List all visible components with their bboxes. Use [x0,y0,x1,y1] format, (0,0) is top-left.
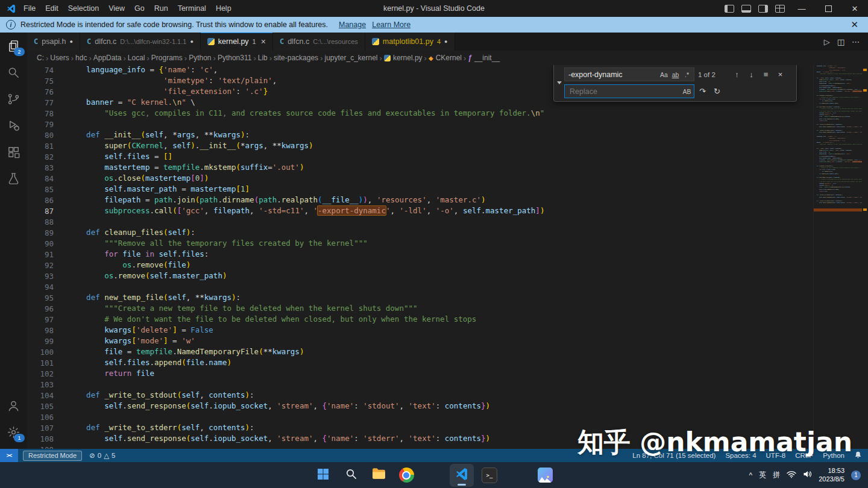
modified-dot-icon[interactable]: ● [444,39,447,45]
find-input[interactable]: -export-dynamic Aa ab .* [564,67,694,81]
status-ln[interactable]: Ln 87, Col 71 (15 selected) [632,452,715,459]
activity-extensions-icon[interactable] [0,139,27,165]
remote-indicator[interactable]: >< [0,449,18,462]
code-line-105[interactable]: self.send_response(self.iopub_socket, 's… [68,401,868,412]
customize-layout-icon[interactable] [775,5,785,13]
status-crlf[interactable]: CRLF [795,452,813,459]
breadcrumb-hdc[interactable]: hdc [75,54,87,62]
code-line-78[interactable]: "Uses gcc, compiles in C11, and creates … [68,108,868,119]
close-window-button[interactable]: ✕ [841,0,868,17]
problems-status[interactable]: ⊘ 0 △ 5 [89,451,115,460]
line-number-107[interactable]: 107 [27,423,68,434]
replace-one-icon[interactable]: ↷ [696,85,709,98]
match-case-icon[interactable]: Aa [658,69,670,80]
next-match-icon[interactable]: ↓ [745,68,758,81]
menu-edit[interactable]: Edit [40,0,63,17]
tab-psapi.h[interactable]: Cpsapi.h● [27,33,80,51]
notification-count-badge[interactable]: 1 [851,471,861,480]
line-number-103[interactable]: 103 [27,380,68,390]
replace-all-icon[interactable]: ↻ [711,85,723,98]
wifi-icon[interactable] [787,471,796,480]
breadcrumb-jupyter_c_kernel[interactable]: jupyter_c_kernel [324,54,377,62]
modified-dot-icon[interactable]: ● [190,39,193,45]
line-number-91[interactable]: 91 [27,249,68,260]
taskbar-explorer-button[interactable] [366,464,391,487]
toggle-secondary-sidebar-icon[interactable] [758,5,768,13]
taskbar-start-button[interactable] [311,464,335,487]
taskbar-clock[interactable]: 18:53 2023/8/5 [819,467,844,483]
activity-account-icon[interactable] [0,392,27,419]
line-number-105[interactable]: 105 [27,401,68,412]
code-line-83[interactable]: mastertemp = tempfile.mkstemp(suffix='.o… [68,163,868,174]
line-number-78[interactable]: 78 [27,108,68,119]
activity-explorer-icon[interactable]: 2 [0,33,27,59]
line-number-101[interactable]: 101 [27,358,68,369]
whole-word-icon[interactable]: ab [670,69,681,80]
breadcrumb-kernel.py[interactable]: kernel.py [384,54,423,62]
activity-testing-icon[interactable] [0,165,27,192]
code-line-93[interactable]: os.remove(self.master_path) [68,271,868,282]
line-number-93[interactable]: 93 [27,271,68,282]
line-number-95[interactable]: 95 [27,293,68,304]
line-number-108[interactable]: 108 [27,434,68,445]
breadcrumb-__init__[interactable]: ƒ__init__ [468,54,500,62]
taskbar-chrome-button[interactable] [394,464,418,487]
breadcrumb-python[interactable]: Python [189,54,211,62]
close-find-widget-icon[interactable]: × [774,68,787,81]
code-line-86[interactable]: filepath = path.join(path.dirname(path.r… [68,195,868,206]
banner-close-icon[interactable]: ✕ [847,19,862,30]
line-number-75[interactable]: 75 [27,76,68,87]
menu-terminal[interactable]: Terminal [173,0,211,17]
line-number-89[interactable]: 89 [27,228,68,239]
preserve-case-icon[interactable]: AB [681,86,693,97]
replace-input-box[interactable]: AB [564,84,694,98]
code-line-91[interactable]: for file in self.files: [68,249,868,260]
breadcrumb-appdata[interactable]: AppData [93,54,122,62]
maximize-button[interactable] [815,0,841,17]
overview-ruler[interactable] [862,65,868,449]
ime-indicator-1[interactable]: 英 [759,470,766,480]
menu-view[interactable]: View [104,0,130,17]
restricted-mode-status[interactable]: Restricted Mode [23,451,82,461]
status-python[interactable]: Python [823,452,844,459]
status-utf-8[interactable]: UTF-8 [766,452,786,459]
code-editor[interactable]: 7475767778798081828384858687888990919293… [27,65,868,449]
line-number-92[interactable]: 92 [27,260,68,271]
line-number-81[interactable]: 81 [27,141,68,152]
code-line-106[interactable] [68,412,868,423]
breadcrumb-c[interactable]: C: [37,54,44,62]
code-line-82[interactable]: self.files = [] [68,152,868,163]
code-line-85[interactable]: self.master_path = mastertemp[1] [68,184,868,195]
tray-chevron-icon[interactable]: ^ [749,471,753,480]
line-number-102[interactable]: 102 [27,369,68,380]
breadcrumb-python311[interactable]: Python311 [218,54,252,62]
code-line-95[interactable]: def new_temp_file(self, **kwargs): [68,293,868,304]
code-line-89[interactable]: def cleanup_files(self): [68,228,868,239]
line-number-77[interactable]: 77 [27,98,68,108]
line-number-109[interactable]: 109 [27,445,68,449]
code-line-101[interactable]: self.files.append(file.name) [68,358,868,369]
code-line-96[interactable]: """Create a new temp file to be deleted … [68,304,868,314]
line-number-94[interactable]: 94 [27,282,68,293]
code-line-87[interactable]: subprocess.call(['gcc', filepath, '-std=… [68,206,868,217]
breadcrumb-ckernel[interactable]: ◆CKernel [429,54,462,62]
code-line-92[interactable]: os.remove(file) [68,260,868,271]
line-number-76[interactable]: 76 [27,87,68,98]
minimap[interactable]: language_info = {'name': 'c', 'mimetype'… [813,65,862,449]
activity-settings-icon[interactable]: 1 [0,419,27,445]
menu-go[interactable]: Go [130,0,149,17]
toggle-primary-sidebar-icon[interactable] [725,5,734,13]
activity-run-debug-icon[interactable] [0,112,27,139]
find-in-selection-icon[interactable]: ≡ [760,68,772,81]
tab-dlfcn.c[interactable]: Cdlfcn.cD:\...\dlfcn-win32-1.1.1● [80,33,201,51]
more-actions-icon[interactable]: ⋯ [852,37,860,46]
line-number-82[interactable]: 82 [27,152,68,163]
split-editor-icon[interactable]: ◫ [837,37,844,46]
line-number-96[interactable]: 96 [27,304,68,314]
line-number-80[interactable]: 80 [27,130,68,141]
code-line-107[interactable]: def _write_to_stderr(self, contents): [68,423,868,434]
breadcrumb-lib[interactable]: Lib [258,54,268,62]
taskbar-edge-button[interactable] [422,464,446,487]
previous-match-icon[interactable]: ↑ [731,68,743,81]
taskbar-photos-button[interactable] [533,464,557,487]
